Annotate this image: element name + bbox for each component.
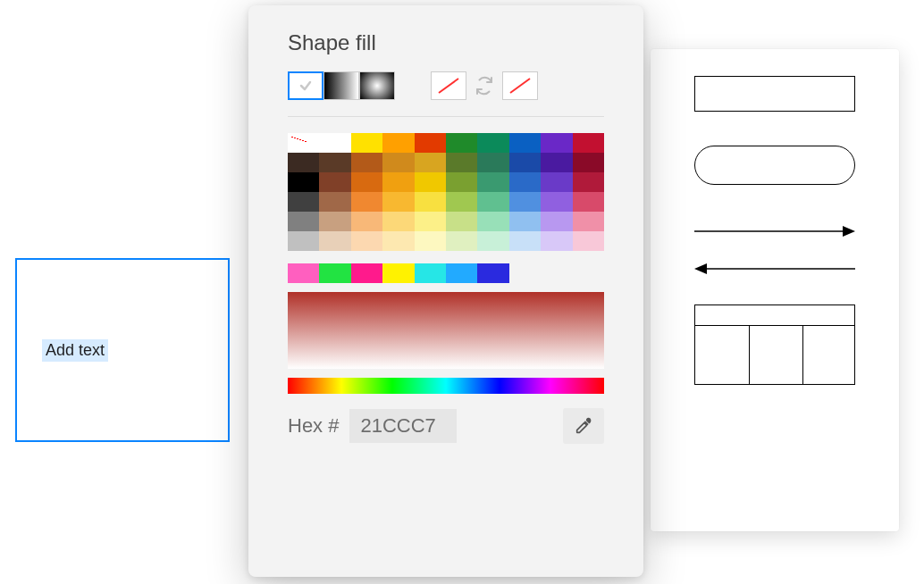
swatch[interactable] — [415, 153, 446, 172]
swatch[interactable] — [415, 231, 446, 251]
canvas-textbox[interactable]: Add text — [15, 258, 230, 442]
shape-arrow-right[interactable] — [694, 221, 855, 242]
svg-line-5 — [510, 79, 530, 93]
swatch[interactable] — [446, 231, 477, 251]
recent-swatch[interactable] — [415, 263, 446, 283]
textbox-placeholder[interactable]: Add text — [42, 339, 108, 362]
shape-table[interactable] — [694, 305, 855, 385]
swatch[interactable] — [382, 172, 414, 192]
panel-title: Shape fill — [288, 30, 604, 55]
swatch[interactable] — [446, 192, 477, 212]
swatch[interactable] — [415, 192, 446, 212]
line-end-none[interactable] — [502, 71, 538, 100]
swatch[interactable] — [541, 172, 572, 192]
swatch[interactable] — [288, 172, 319, 192]
swap-icon[interactable] — [466, 71, 502, 100]
swatch[interactable] — [477, 172, 508, 192]
swatch[interactable] — [509, 231, 541, 251]
swatch[interactable] — [351, 231, 382, 251]
swatch[interactable] — [351, 172, 382, 192]
swatch[interactable] — [319, 212, 350, 231]
swatch[interactable] — [288, 192, 319, 212]
fill-mode-row — [288, 71, 604, 117]
swatch[interactable] — [319, 231, 350, 251]
fill-mode-solid[interactable] — [288, 71, 323, 100]
swatch[interactable] — [415, 212, 446, 231]
hex-row: Hex # — [288, 408, 604, 444]
saturation-lightness-area[interactable] — [288, 292, 604, 369]
swatch[interactable] — [319, 192, 350, 212]
shape-fill-panel: Shape fill — [248, 5, 643, 577]
recent-colors-row — [288, 263, 509, 283]
swatch[interactable] — [541, 133, 572, 153]
swatch[interactable] — [382, 212, 414, 231]
swatch[interactable] — [351, 212, 382, 231]
swatch[interactable] — [573, 192, 604, 212]
swatch[interactable] — [509, 172, 541, 192]
swatch[interactable] — [509, 192, 541, 212]
swatch[interactable] — [541, 192, 572, 212]
swatch[interactable] — [509, 133, 541, 153]
swatch[interactable] — [477, 133, 508, 153]
swatch[interactable] — [351, 192, 382, 212]
swatch[interactable] — [446, 153, 477, 172]
swatch[interactable] — [382, 153, 414, 172]
recent-swatch[interactable] — [288, 263, 319, 283]
svg-marker-1 — [843, 226, 855, 237]
line-start-none[interactable] — [431, 71, 466, 100]
swatch[interactable] — [319, 172, 350, 192]
swatch[interactable] — [573, 212, 604, 231]
swatch[interactable] — [509, 153, 541, 172]
swatch[interactable] — [477, 153, 508, 172]
swatch[interactable] — [541, 212, 572, 231]
swatch[interactable] — [573, 172, 604, 192]
swatch[interactable] — [415, 133, 446, 153]
swatch[interactable] — [446, 133, 477, 153]
swatch[interactable] — [382, 231, 414, 251]
swatch[interactable] — [288, 153, 319, 172]
recent-swatch[interactable] — [319, 263, 350, 283]
shape-rectangle[interactable] — [694, 76, 855, 112]
palette-grid — [288, 133, 604, 251]
swatch[interactable] — [351, 153, 382, 172]
eyedropper-icon — [574, 416, 593, 436]
swatch[interactable] — [288, 212, 319, 231]
shape-rounded-rect[interactable] — [694, 146, 855, 185]
eyedropper-button[interactable] — [563, 408, 604, 444]
swatch[interactable] — [477, 212, 508, 231]
swatch[interactable] — [446, 212, 477, 231]
swatch[interactable] — [477, 231, 508, 251]
shape-arrow-left[interactable] — [694, 258, 855, 279]
swatch-none[interactable] — [288, 133, 319, 153]
swatch[interactable] — [477, 192, 508, 212]
swatch[interactable] — [288, 231, 319, 251]
fill-mode-linear-gradient[interactable] — [323, 71, 359, 100]
svg-marker-3 — [694, 263, 707, 274]
svg-line-4 — [439, 79, 458, 93]
swatch[interactable] — [351, 133, 382, 153]
swatch[interactable] — [573, 231, 604, 251]
shapes-panel — [651, 49, 899, 531]
swatch[interactable] — [573, 153, 604, 172]
swatch[interactable] — [382, 192, 414, 212]
swatch[interactable] — [573, 133, 604, 153]
hex-input[interactable] — [349, 409, 457, 443]
swatch[interactable] — [509, 212, 541, 231]
recent-swatch[interactable] — [446, 263, 477, 283]
hue-slider[interactable] — [288, 378, 604, 394]
swatch[interactable] — [541, 231, 572, 251]
swatch[interactable] — [446, 172, 477, 192]
swatch[interactable] — [382, 133, 414, 153]
recent-swatch[interactable] — [351, 263, 382, 283]
swatch[interactable] — [319, 133, 350, 153]
fill-mode-radial-gradient[interactable] — [359, 71, 395, 100]
swatch[interactable] — [319, 153, 350, 172]
recent-swatch[interactable] — [382, 263, 414, 283]
swatch[interactable] — [415, 172, 446, 192]
recent-swatch[interactable] — [477, 263, 508, 283]
swatch[interactable] — [541, 153, 572, 172]
hex-label: Hex # — [288, 414, 339, 438]
